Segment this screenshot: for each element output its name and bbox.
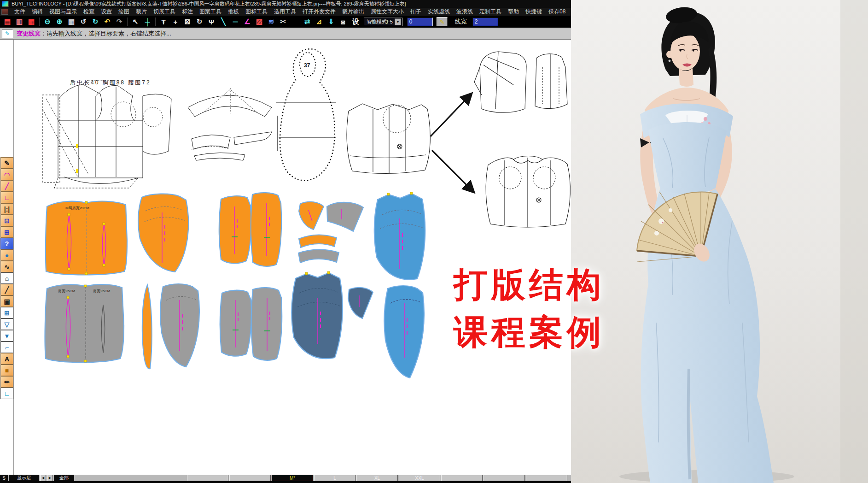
menu-item-8[interactable]: 切展工具: [150, 8, 179, 16]
menu-item-1[interactable]: 文件: [11, 8, 29, 16]
draft-dotted-piece[interactable]: 37: [276, 49, 336, 180]
delete-icon[interactable]: ⊠: [182, 17, 193, 27]
size-cell-L[interactable]: L: [314, 475, 355, 481]
pattern-piece-band-gray[interactable]: [298, 249, 339, 263]
redo-icon[interactable]: ↷: [114, 17, 125, 27]
angle-icon[interactable]: ∠: [242, 17, 253, 27]
line-icon[interactable]: ╲: [218, 17, 229, 27]
layer-field[interactable]: 显示层: [9, 475, 39, 481]
pan-icon[interactable]: ↺: [78, 17, 89, 27]
frame-icon[interactable]: ◙: [338, 17, 349, 27]
snap-icon[interactable]: ⊿: [314, 17, 325, 27]
axis-corner-tool[interactable]: ∟: [0, 192, 13, 203]
text-tool[interactable]: A: [0, 353, 13, 365]
pattern-piece-panel-orange-1[interactable]: [219, 196, 251, 263]
corner-square-tool[interactable]: ⊞: [0, 307, 13, 318]
menu-item-2[interactable]: 编辑: [29, 8, 46, 16]
menu-item-10[interactable]: 图案工具: [196, 8, 225, 16]
undo-icon[interactable]: ↶: [102, 17, 113, 27]
pencil-tool[interactable]: ✏: [0, 376, 13, 388]
menu-item-19[interactable]: 波浪线: [453, 8, 476, 16]
settings-icon[interactable]: 设: [352, 18, 359, 26]
menu-item-17[interactable]: 扣子: [407, 8, 425, 16]
pattern-piece-sliver-orange[interactable]: [142, 285, 152, 369]
size-cell-empty[interactable]: [441, 475, 483, 481]
select-arrow-icon[interactable]: ↖: [130, 17, 141, 27]
size-cell-XXL[interactable]: XXL: [399, 475, 440, 481]
flip-corner-tool[interactable]: ⌐: [0, 342, 13, 353]
menu-item-5[interactable]: 设置: [98, 8, 115, 16]
menu-item-21[interactable]: 帮助: [505, 8, 522, 16]
edit-width-button[interactable]: ✎: [437, 17, 448, 26]
t-square-icon[interactable]: Ŧ: [158, 17, 169, 27]
menu-item-6[interactable]: 绘图: [115, 8, 133, 16]
wave-icon[interactable]: ≋: [266, 17, 277, 27]
pattern-piece-panel-gray-2[interactable]: [251, 288, 282, 360]
dark-panel-tool[interactable]: ▣: [0, 295, 13, 307]
s-button[interactable]: S: [0, 475, 8, 481]
notch-tool[interactable]: ∿: [0, 261, 13, 272]
pattern-piece-panel-gray-1[interactable]: [220, 290, 251, 356]
menu-item-7[interactable]: 裁片: [133, 8, 150, 16]
draft-collar[interactable]: [188, 88, 272, 160]
save-icon[interactable]: ▦: [26, 17, 37, 27]
line-width-input[interactable]: 2: [472, 18, 498, 26]
size-cell-XL[interactable]: XL: [356, 475, 398, 481]
size-cell-empty[interactable]: [187, 475, 228, 481]
pattern-piece-side-orange[interactable]: [138, 194, 188, 272]
pattern-piece-wedge-slate[interactable]: [348, 288, 373, 318]
mode-dropdown[interactable]: 智能模式F5 ▼: [364, 18, 402, 26]
funnel-tool[interactable]: ▽: [0, 318, 13, 330]
menu-item-13[interactable]: 选用工具: [271, 8, 299, 16]
pattern-piece-back-gray[interactable]: 肩宽26CM 肩宽26CM: [45, 284, 124, 362]
menu-item-15[interactable]: 裁片输出: [339, 8, 367, 16]
pattern-piece-front-blue[interactable]: [374, 192, 425, 280]
pattern-piece-back-orange[interactable]: M码肩宽28CM: [46, 201, 127, 275]
pattern-piece-front-slate[interactable]: [291, 271, 343, 359]
mirror-icon[interactable]: ⇄: [302, 17, 313, 27]
drop-icon[interactable]: ⇓: [326, 17, 337, 27]
curve-tool[interactable]: ◠: [0, 169, 13, 180]
pattern-piece-side-blue[interactable]: [384, 286, 424, 378]
zoom-out-icon[interactable]: ⊖: [42, 17, 53, 27]
chevron-down-icon[interactable]: ▼: [395, 18, 401, 25]
layer-prev-button[interactable]: ◀: [40, 475, 46, 481]
parallel-icon[interactable]: ═: [230, 17, 241, 27]
spin-icon[interactable]: ↻: [194, 17, 205, 27]
help-tool[interactable]: ?: [0, 238, 13, 249]
fork-icon[interactable]: Ψ: [206, 17, 217, 27]
new-file-icon[interactable]: ▤: [2, 17, 13, 27]
size-cell-empty[interactable]: [526, 475, 567, 481]
pattern-canvas[interactable]: 后中长40 胸围88 腰围72: [14, 40, 571, 475]
draft-front-bodice[interactable]: [347, 104, 430, 174]
house-tool[interactable]: ⌂: [0, 272, 13, 284]
size-cell-empty[interactable]: [484, 475, 525, 481]
rotate-icon[interactable]: ↻: [90, 17, 101, 27]
color-fill-tool[interactable]: ■: [0, 365, 13, 376]
open-file-icon[interactable]: ▥: [14, 17, 25, 27]
draft-bodice-block[interactable]: [42, 80, 171, 188]
menu-item-22[interactable]: 快捷键: [522, 8, 545, 16]
axes-tool[interactable]: ∟: [0, 388, 13, 399]
brush-curve-tool[interactable]: ✎: [0, 157, 13, 169]
scissors-icon[interactable]: ✂: [278, 17, 289, 27]
menu-item-3[interactable]: 视图与显示: [46, 8, 80, 16]
pattern-piece-collar-orange[interactable]: [299, 202, 324, 230]
size-cell-empty[interactable]: [229, 475, 271, 481]
palette-icon[interactable]: [290, 17, 301, 27]
menu-item-18[interactable]: 实线虚线: [425, 8, 453, 16]
rect-filled-tool[interactable]: ⊞: [0, 226, 13, 238]
menu-item-23[interactable]: 保存08: [545, 8, 569, 16]
funnel-filled-tool[interactable]: ▼: [0, 330, 13, 342]
menu-item-20[interactable]: 定制工具: [476, 8, 505, 16]
pattern-piece-collar-gray[interactable]: [327, 202, 363, 231]
menu-item-4[interactable]: 检查: [80, 8, 98, 16]
rect-outline-tool[interactable]: ⊡: [0, 215, 13, 226]
menu-item-12[interactable]: 图标工具: [242, 8, 271, 16]
plus-icon[interactable]: +: [170, 17, 181, 27]
pattern-piece-panel-orange-2[interactable]: [251, 193, 281, 266]
slash-tool[interactable]: ╱: [0, 284, 13, 295]
pattern-piece-band-orange[interactable]: [299, 235, 337, 247]
zoom-in-icon[interactable]: ⊕: [54, 17, 65, 27]
garment-view-bottom[interactable]: [486, 156, 570, 228]
